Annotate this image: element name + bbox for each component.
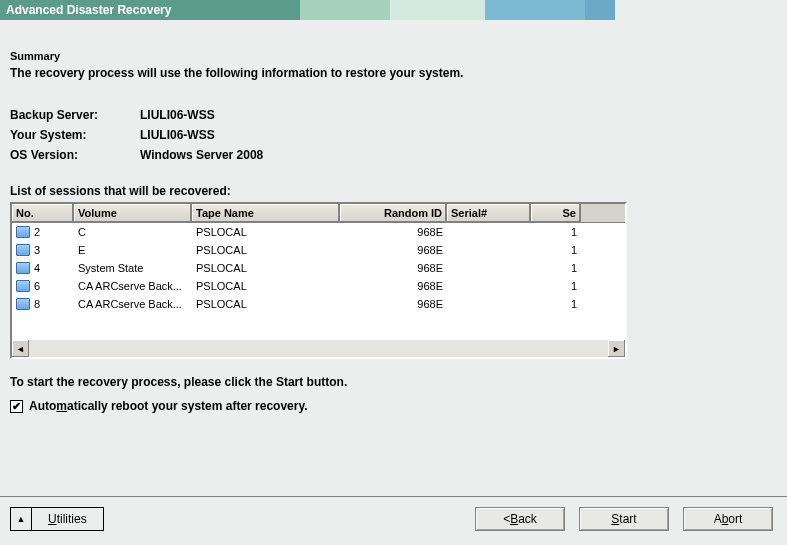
cell-se: 1: [531, 223, 581, 241]
backup-server-value: LIULI06-WSS: [140, 108, 215, 122]
session-icon: [16, 280, 30, 292]
session-icon: [16, 244, 30, 256]
backup-server-label: Backup Server:: [10, 108, 140, 122]
cell-rid: 968E: [340, 259, 447, 277]
col-header-no[interactable]: No.: [12, 204, 74, 222]
table-header: No. Volume Tape Name Random ID Serial# S…: [12, 204, 625, 223]
table-row[interactable]: 8CA ARCserve Back...PSLOCAL968E1: [12, 295, 625, 313]
cell-volume: CA ARCserve Back...: [74, 295, 192, 313]
cell-se: 1: [531, 241, 581, 259]
col-header-tape[interactable]: Tape Name: [192, 204, 340, 222]
col-header-serial[interactable]: Serial#: [447, 204, 531, 222]
cell-no: 2: [12, 223, 74, 241]
table-row[interactable]: 3EPSLOCAL968E1: [12, 241, 625, 259]
cell-se: 1: [531, 277, 581, 295]
abort-button[interactable]: Abort: [683, 507, 773, 531]
table-row[interactable]: 4System StatePSLOCAL968E1: [12, 259, 625, 277]
cell-rid: 968E: [340, 277, 447, 295]
utilities-arrow-icon[interactable]: ▲: [10, 507, 32, 531]
cell-tape: PSLOCAL: [192, 277, 340, 295]
cell-rid: 968E: [340, 295, 447, 313]
title-bar-segment: [485, 0, 585, 20]
os-version-label: OS Version:: [10, 148, 140, 162]
utilities-dropdown[interactable]: ▲ Utilities: [10, 507, 104, 531]
cell-volume: System State: [74, 259, 192, 277]
scroll-track[interactable]: [29, 340, 608, 357]
sessions-title: List of sessions that will be recovered:: [10, 184, 777, 198]
cell-serial: [447, 241, 531, 259]
col-header-rid[interactable]: Random ID: [340, 204, 447, 222]
cell-se: 1: [531, 295, 581, 313]
col-header-se[interactable]: Se: [531, 204, 581, 222]
session-icon: [16, 226, 30, 238]
cell-rid: 968E: [340, 241, 447, 259]
cell-no: 8: [12, 295, 74, 313]
title-bar-segment: Advanced Disaster Recovery: [0, 0, 300, 20]
your-system-value: LIULI06-WSS: [140, 128, 215, 142]
cell-serial: [447, 277, 531, 295]
cell-rid: 968E: [340, 223, 447, 241]
cell-se: 1: [531, 259, 581, 277]
start-instruction: To start the recovery process, please cl…: [10, 375, 777, 389]
start-button[interactable]: Start: [579, 507, 669, 531]
cell-serial: [447, 295, 531, 313]
summary-heading: Summary: [10, 50, 777, 62]
title-bar-segment: [300, 0, 390, 20]
title-bar-segment: [615, 0, 787, 20]
cell-volume: CA ARCserve Back...: [74, 277, 192, 295]
cell-tape: PSLOCAL: [192, 295, 340, 313]
auto-reboot-label: Automatically reboot your system after r…: [29, 399, 308, 413]
cell-tape: PSLOCAL: [192, 223, 340, 241]
table-row[interactable]: 6CA ARCserve Back...PSLOCAL968E1: [12, 277, 625, 295]
cell-no: 3: [12, 241, 74, 259]
cell-no: 4: [12, 259, 74, 277]
window-title: Advanced Disaster Recovery: [6, 3, 171, 17]
utilities-button[interactable]: Utilities: [32, 507, 104, 531]
cell-tape: PSLOCAL: [192, 241, 340, 259]
summary-text: The recovery process will use the follow…: [10, 66, 777, 80]
info-block: Backup Server: LIULI06-WSS Your System: …: [10, 108, 777, 162]
footer-bar: ▲ Utilities < Back Start Abort: [0, 496, 787, 531]
title-bar-segment: [390, 0, 485, 20]
session-icon: [16, 298, 30, 310]
cell-serial: [447, 223, 531, 241]
session-icon: [16, 262, 30, 274]
your-system-label: Your System:: [10, 128, 140, 142]
back-button[interactable]: < Back: [475, 507, 565, 531]
cell-volume: C: [74, 223, 192, 241]
horizontal-scrollbar[interactable]: ◄ ►: [12, 340, 625, 357]
cell-no: 6: [12, 277, 74, 295]
cell-serial: [447, 259, 531, 277]
os-version-value: Windows Server 2008: [140, 148, 263, 162]
scroll-left-icon[interactable]: ◄: [12, 340, 29, 357]
title-bar-segment: [585, 0, 615, 20]
table-body: 2CPSLOCAL968E13EPSLOCAL968E14System Stat…: [12, 223, 625, 313]
cell-volume: E: [74, 241, 192, 259]
sessions-table: No. Volume Tape Name Random ID Serial# S…: [10, 202, 627, 359]
auto-reboot-checkbox[interactable]: ✔: [10, 400, 23, 413]
cell-tape: PSLOCAL: [192, 259, 340, 277]
title-bar: Advanced Disaster Recovery: [0, 0, 787, 20]
col-header-volume[interactable]: Volume: [74, 204, 192, 222]
table-row[interactable]: 2CPSLOCAL968E1: [12, 223, 625, 241]
auto-reboot-row[interactable]: ✔ Automatically reboot your system after…: [10, 399, 777, 413]
scroll-right-icon[interactable]: ►: [608, 340, 625, 357]
